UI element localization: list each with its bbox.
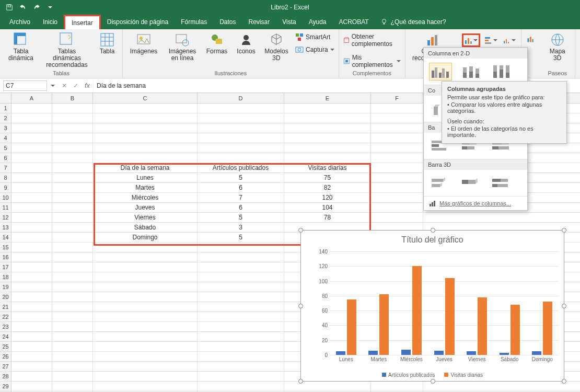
cell[interactable]: 120 <box>284 193 371 202</box>
bar-series1[interactable] <box>368 351 378 355</box>
cell[interactable]: 7 <box>198 193 284 202</box>
cell[interactable] <box>93 352 198 361</box>
cell[interactable]: 5 <box>198 233 284 242</box>
cell[interactable] <box>52 113 93 123</box>
fx-icon[interactable]: fx <box>82 82 93 89</box>
cell[interactable] <box>93 272 198 282</box>
get-addins-button[interactable]: Obtener complementos <box>343 34 401 46</box>
cell[interactable] <box>11 123 52 133</box>
bar3d-stacked-thumb[interactable] <box>459 174 482 192</box>
cell[interactable] <box>52 312 93 321</box>
cell[interactable] <box>371 153 423 163</box>
cell[interactable] <box>52 143 93 153</box>
row-header[interactable]: 26 <box>0 352 11 361</box>
cell[interactable] <box>11 372 52 381</box>
chart-plot-area[interactable]: 020406080100120140LunesMartesMiércolesJu… <box>330 251 559 355</box>
cell[interactable] <box>93 252 198 262</box>
cell[interactable] <box>52 233 93 242</box>
col-header-b[interactable]: B <box>52 93 93 103</box>
cell[interactable] <box>52 332 93 341</box>
cell[interactable] <box>93 342 198 351</box>
cell[interactable] <box>52 372 93 381</box>
tell-me-search[interactable]: ¿Qué desea hacer? <box>380 15 446 29</box>
row-header[interactable]: 23 <box>0 322 11 331</box>
tab-datos[interactable]: Datos <box>213 15 242 29</box>
online-images-button[interactable]: Imágenes en línea <box>166 31 199 62</box>
cell[interactable] <box>198 352 284 361</box>
cell[interactable] <box>198 332 284 341</box>
row-header[interactable]: 8 <box>0 173 11 182</box>
cell[interactable]: 75 <box>284 173 371 182</box>
bar-series2[interactable] <box>543 302 552 355</box>
cell[interactable] <box>11 163 52 172</box>
save-icon[interactable] <box>3 1 16 14</box>
row-header[interactable]: 14 <box>0 233 11 242</box>
cell[interactable]: Viernes <box>93 213 198 222</box>
cell[interactable] <box>11 272 52 282</box>
cell[interactable] <box>11 252 52 262</box>
cell[interactable] <box>371 183 423 192</box>
name-box[interactable]: C7 <box>3 80 47 91</box>
cell[interactable]: 6 <box>198 203 284 212</box>
cell[interactable] <box>11 382 52 391</box>
bar-series2[interactable] <box>412 266 422 355</box>
my-addins-button[interactable]: Mis complementos <box>343 55 401 67</box>
namebox-dropdown-icon[interactable] <box>47 83 59 89</box>
cell[interactable] <box>93 362 198 371</box>
col-header-e[interactable]: E <box>284 93 371 103</box>
cell[interactable]: Día de la semana <box>93 163 198 172</box>
row-header[interactable]: 15 <box>0 243 11 252</box>
bar3d-clustered-thumb[interactable] <box>429 174 452 192</box>
cell[interactable]: Martes <box>93 183 198 192</box>
col-header-c[interactable]: C <box>93 93 198 103</box>
embedded-chart[interactable]: Título del gráfico 020406080100120140Lun… <box>300 230 564 382</box>
select-all-triangle[interactable] <box>0 93 11 103</box>
cell[interactable] <box>11 352 52 361</box>
cell[interactable] <box>52 322 93 331</box>
cell[interactable] <box>198 252 284 262</box>
cell[interactable] <box>11 143 52 153</box>
cell[interactable] <box>371 163 423 172</box>
cell[interactable] <box>284 123 371 133</box>
cell[interactable] <box>11 113 52 123</box>
cell[interactable] <box>198 342 284 351</box>
cell[interactable] <box>11 342 52 351</box>
cell[interactable] <box>198 322 284 331</box>
cell[interactable] <box>371 123 423 133</box>
cell[interactable] <box>52 223 93 232</box>
bar-series1[interactable] <box>336 351 345 355</box>
bar-series2[interactable] <box>445 278 455 355</box>
enter-formula-icon[interactable]: ✓ <box>70 82 82 89</box>
clustered-column-thumb[interactable] <box>429 63 452 80</box>
row-header[interactable]: 5 <box>0 143 11 153</box>
bar-chart-dropdown[interactable] <box>483 33 498 47</box>
tab-insertar[interactable]: Insertar <box>64 15 101 29</box>
cell[interactable] <box>93 103 198 113</box>
cell[interactable] <box>52 153 93 163</box>
smartart-button[interactable]: SmartArt <box>295 31 334 43</box>
cell[interactable] <box>93 322 198 331</box>
row-header[interactable]: 24 <box>0 332 11 341</box>
cell[interactable] <box>93 282 198 292</box>
bar-series2[interactable] <box>379 294 389 355</box>
row-header[interactable]: 29 <box>0 382 11 391</box>
cancel-formula-icon[interactable]: ✕ <box>59 82 70 89</box>
cell[interactable] <box>93 262 198 272</box>
cell[interactable]: 78 <box>284 213 371 222</box>
recommended-pivot-button[interactable]: Tablas dinámicas recomendadas <box>43 31 91 69</box>
cell[interactable] <box>93 292 198 302</box>
cell[interactable] <box>198 262 284 272</box>
cell[interactable]: 5 <box>198 213 284 222</box>
icons-button[interactable]: Iconos <box>235 31 258 62</box>
bar-series2[interactable] <box>478 297 487 355</box>
table-button[interactable]: Tabla <box>96 31 118 69</box>
cell[interactable] <box>93 123 198 133</box>
cell[interactable] <box>93 243 198 252</box>
cell[interactable]: 3 <box>198 223 284 232</box>
cell[interactable] <box>11 332 52 341</box>
cell[interactable] <box>93 382 198 391</box>
tab-acrobat[interactable]: ACROBAT <box>332 15 375 29</box>
cell[interactable] <box>52 213 93 222</box>
cell[interactable] <box>93 133 198 143</box>
cell[interactable] <box>371 143 423 153</box>
